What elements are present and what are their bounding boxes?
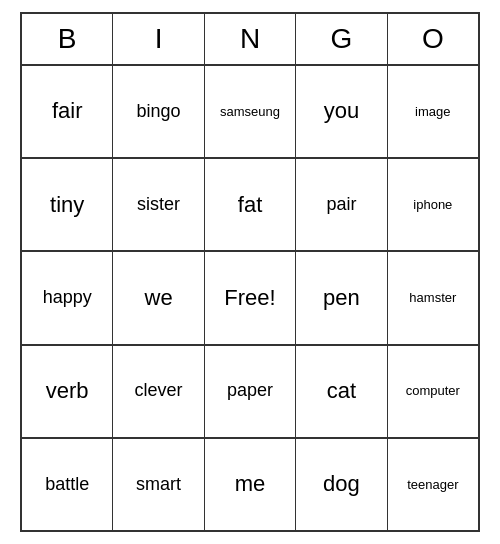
grid-cell-2-3: pen	[296, 252, 387, 343]
grid-cell-0-2: samseung	[205, 66, 296, 157]
header-cell-g: G	[296, 14, 387, 64]
grid-cell-2-1: we	[113, 252, 204, 343]
cell-text-3-2: paper	[227, 380, 273, 402]
header-cell-i: I	[113, 14, 204, 64]
grid-cell-3-1: clever	[113, 346, 204, 437]
cell-text-4-3: dog	[323, 471, 360, 497]
cell-text-3-4: computer	[406, 383, 460, 399]
cell-text-2-1: we	[145, 285, 173, 311]
cell-text-0-3: you	[324, 98, 359, 124]
cell-text-1-2: fat	[238, 192, 262, 218]
grid-row-0: fairbingosamseungyouimage	[22, 64, 478, 157]
bingo-card: BINGO fairbingosamseungyouimagetinysiste…	[20, 12, 480, 532]
cell-text-3-0: verb	[46, 378, 89, 404]
cell-text-2-2: Free!	[224, 285, 275, 311]
grid-cell-4-4: teenager	[388, 439, 478, 530]
cell-text-4-0: battle	[45, 474, 89, 496]
header-cell-b: B	[22, 14, 113, 64]
cell-text-0-2: samseung	[220, 104, 280, 120]
grid-cell-1-4: iphone	[388, 159, 478, 250]
header-letter-b: B	[58, 23, 77, 55]
grid-cell-1-1: sister	[113, 159, 204, 250]
cell-text-4-2: me	[235, 471, 266, 497]
cell-text-4-4: teenager	[407, 477, 458, 493]
grid-cell-1-3: pair	[296, 159, 387, 250]
grid-cell-0-3: you	[296, 66, 387, 157]
grid-row-1: tinysisterfatpairiphone	[22, 157, 478, 250]
grid-row-2: happyweFree!penhamster	[22, 250, 478, 343]
header-letter-g: G	[331, 23, 353, 55]
cell-text-0-4: image	[415, 104, 450, 120]
grid-cell-3-0: verb	[22, 346, 113, 437]
grid-cell-4-2: me	[205, 439, 296, 530]
grid-cell-2-0: happy	[22, 252, 113, 343]
grid-cell-4-0: battle	[22, 439, 113, 530]
header-letter-i: I	[155, 23, 163, 55]
grid-row-4: battlesmartmedogteenager	[22, 437, 478, 530]
bingo-header: BINGO	[22, 14, 478, 64]
cell-text-1-3: pair	[326, 194, 356, 216]
cell-text-1-0: tiny	[50, 192, 84, 218]
grid-cell-4-1: smart	[113, 439, 204, 530]
grid-cell-3-3: cat	[296, 346, 387, 437]
grid-cell-2-2: Free!	[205, 252, 296, 343]
cell-text-2-0: happy	[43, 287, 92, 309]
cell-text-3-3: cat	[327, 378, 356, 404]
grid-cell-1-0: tiny	[22, 159, 113, 250]
grid-cell-4-3: dog	[296, 439, 387, 530]
grid-cell-0-0: fair	[22, 66, 113, 157]
bingo-grid: fairbingosamseungyouimagetinysisterfatpa…	[22, 64, 478, 530]
header-letter-n: N	[240, 23, 260, 55]
header-cell-n: N	[205, 14, 296, 64]
cell-text-0-1: bingo	[137, 101, 181, 123]
cell-text-2-4: hamster	[409, 290, 456, 306]
cell-text-0-0: fair	[52, 98, 83, 124]
cell-text-2-3: pen	[323, 285, 360, 311]
cell-text-3-1: clever	[135, 380, 183, 402]
cell-text-4-1: smart	[136, 474, 181, 496]
grid-cell-3-4: computer	[388, 346, 478, 437]
grid-cell-0-4: image	[388, 66, 478, 157]
grid-cell-3-2: paper	[205, 346, 296, 437]
grid-cell-0-1: bingo	[113, 66, 204, 157]
grid-row-3: verbcleverpapercatcomputer	[22, 344, 478, 437]
header-letter-o: O	[422, 23, 444, 55]
grid-cell-1-2: fat	[205, 159, 296, 250]
header-cell-o: O	[388, 14, 478, 64]
cell-text-1-4: iphone	[413, 197, 452, 213]
grid-cell-2-4: hamster	[388, 252, 478, 343]
cell-text-1-1: sister	[137, 194, 180, 216]
